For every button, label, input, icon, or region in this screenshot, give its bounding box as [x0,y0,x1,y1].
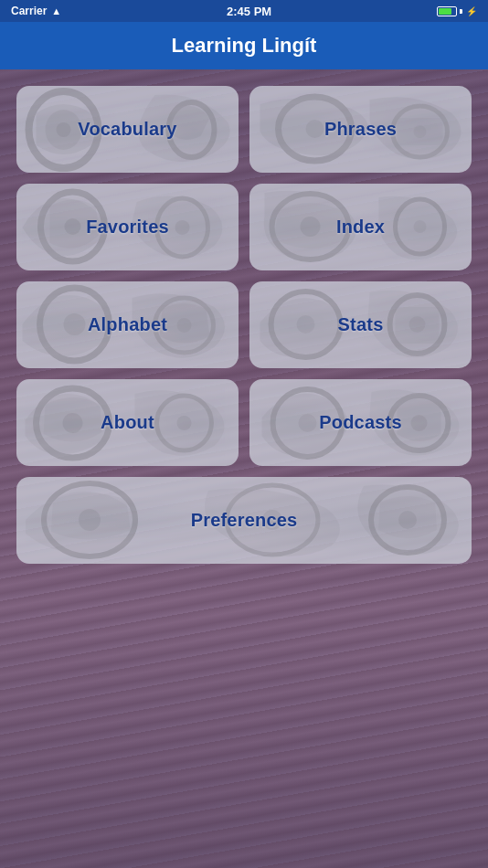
row-1: Vocabulary Phrases [16,86,472,173]
nav-bar: Learning Lingít [0,22,488,69]
charging-icon: ⚡ [466,6,477,16]
svg-point-31 [411,415,428,431]
svg-point-21 [297,315,315,333]
index-button[interactable]: Index [249,184,472,270]
row-3: Alphabet Stats [16,281,472,368]
stats-button[interactable]: Stats [249,281,472,368]
svg-point-2 [57,122,71,137]
carrier-label: Carrier [11,5,47,17]
phrases-label: Phrases [324,119,397,140]
svg-point-27 [177,416,192,430]
phrases-button[interactable]: Phrases [249,86,472,173]
status-bar: Carrier ▲ 2:45 PM ⚡ [0,0,488,22]
wifi-icon: ▲ [51,5,61,16]
app-title: Learning Lingít [172,34,317,58]
status-left: Carrier ▲ [11,5,61,17]
svg-point-23 [409,316,426,333]
battery-tip [460,9,462,14]
alphabet-button[interactable]: Alphabet [16,281,239,368]
status-time: 2:45 PM [227,5,271,18]
vocabulary-label: Vocabulary [78,119,176,140]
svg-point-13 [301,217,321,237]
svg-point-7 [414,125,427,138]
svg-point-19 [177,318,192,333]
status-right: ⚡ [437,6,477,16]
main-content: Vocabulary Phrases [0,69,488,580]
svg-point-33 [79,509,101,531]
row-4: About Podcasts [16,379,472,466]
index-label: Index [336,217,385,238]
battery-body [437,6,457,16]
svg-point-9 [65,218,81,235]
svg-point-29 [299,414,317,432]
row-5: Preferences [16,477,472,564]
svg-point-15 [414,220,427,233]
stats-label: Stats [338,314,384,335]
about-button[interactable]: About [16,379,239,466]
svg-point-25 [63,413,83,433]
svg-point-17 [64,313,86,335]
svg-point-11 [175,220,190,235]
about-label: About [101,412,154,433]
row-2: Favorites Index [16,184,472,270]
podcasts-label: Podcasts [319,412,402,433]
battery-indicator [437,6,462,16]
alphabet-label: Alphabet [88,314,167,335]
battery-fill [439,8,451,15]
favorites-button[interactable]: Favorites [16,184,239,270]
vocabulary-button[interactable]: Vocabulary [16,86,239,173]
svg-point-37 [398,511,417,529]
preferences-button[interactable]: Preferences [16,477,472,564]
favorites-label: Favorites [86,217,169,238]
preferences-label: Preferences [191,510,298,531]
svg-point-5 [306,120,324,138]
podcasts-button[interactable]: Podcasts [249,379,472,466]
